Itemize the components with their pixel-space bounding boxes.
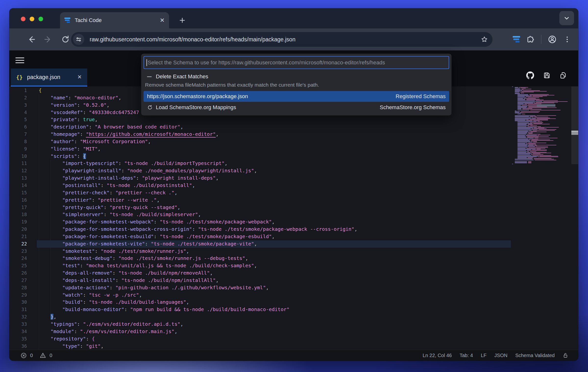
- schema-status[interactable]: Schema Validated: [515, 353, 555, 358]
- palette-item-load-schemastore-mappings[interactable]: Load SchemaStore.org Mappings SchemaStor…: [144, 102, 449, 113]
- code-line-8[interactable]: "author": "Microsoft Corporation",: [37, 138, 511, 145]
- code-line-12[interactable]: "playwright-install": "node ./node_modul…: [37, 167, 511, 174]
- github-icon[interactable]: [526, 71, 534, 79]
- code-line-19[interactable]: "package-for-smoketest-webpack": "ts-nod…: [37, 218, 511, 226]
- extensions-puzzle-icon[interactable]: [526, 35, 535, 44]
- code-line-9[interactable]: "license": "MIT",: [37, 145, 511, 153]
- menu-hamburger-icon[interactable]: [15, 58, 24, 65]
- schema-picker-palette: Select the Schema to use for https://raw…: [141, 54, 452, 116]
- code-line-35[interactable]: "repository": {: [37, 335, 511, 343]
- address-bar[interactable]: raw.githubusercontent.com/microsoft/mona…: [71, 32, 492, 47]
- code-line-16[interactable]: "prettier": "prettier --write .",: [37, 197, 511, 204]
- refresh-icon: [147, 105, 156, 110]
- code-line-36[interactable]: "type": "git",: [37, 343, 511, 350]
- code-editor[interactable]: 1234567891011121314151617181920212223242…: [9, 86, 578, 350]
- code-line-21[interactable]: "package-for-smoketest-esbuild": "ts-nod…: [37, 233, 511, 240]
- dash-icon: [147, 76, 156, 77]
- code-line-33[interactable]: "typings": "./esm/vs/editor/editor.api.d…: [37, 321, 511, 328]
- code-line-27[interactable]: "deps-all-install": "ts-node ./build/npm…: [37, 277, 511, 284]
- copy-icon[interactable]: [560, 72, 567, 79]
- schema-search-input[interactable]: Select the Schema to use for https://raw…: [144, 56, 449, 69]
- code-line-11[interactable]: "import-typescript": "ts-node ./build/im…: [37, 160, 511, 167]
- close-window-button[interactable]: [21, 17, 25, 21]
- new-tab-button[interactable]: [178, 16, 186, 24]
- palette-item-group: SchemaStore.org Schemas: [380, 104, 446, 111]
- palette-item-schemastore-package-json[interactable]: https://json.schemastore.org/package.jso…: [144, 91, 449, 102]
- browser-tab-title: Tachi Code: [75, 17, 156, 23]
- tune-icon: [75, 36, 82, 43]
- forward-button[interactable]: [43, 33, 54, 46]
- file-tab-close-icon[interactable]: ✕: [77, 74, 82, 80]
- browser-window: Tachi Code ✕: [9, 8, 578, 361]
- save-icon[interactable]: [543, 72, 551, 79]
- browser-toolbar: raw.githubusercontent.com/microsoft/mona…: [9, 28, 578, 50]
- profile-avatar-icon[interactable]: [548, 35, 557, 44]
- palette-item-label: Delete Exact Matches: [156, 73, 208, 80]
- code-line-32[interactable]: },: [37, 313, 511, 321]
- code-line-24[interactable]: "smoketest-debug": "node ./test/smoke/ru…: [37, 255, 511, 262]
- tachi-extension-icon[interactable]: [513, 36, 521, 43]
- tab-size-indicator[interactable]: Tab: 4: [460, 353, 473, 358]
- code-line-20[interactable]: "package-for-smoketest-webpack-cross-ori…: [37, 226, 511, 233]
- code-line-15[interactable]: "prettier-check": "prettier --check .",: [37, 189, 511, 197]
- status-bar: 0 0 Ln 22, Col 46 Tab: 4 LF JSON Schema …: [9, 350, 578, 361]
- browser-menu-icon[interactable]: [563, 35, 571, 44]
- code-line-10[interactable]: "scripts": {: [37, 153, 511, 160]
- window-controls: [21, 17, 43, 21]
- browser-tab[interactable]: Tachi Code ✕: [60, 12, 169, 28]
- text-cursor: [147, 59, 147, 66]
- code-line-14[interactable]: "postinstall": "ts-node ./build/postinst…: [37, 182, 511, 189]
- warning-count[interactable]: 0: [49, 353, 52, 358]
- code-line-22[interactable]: "package-for-smoketest-vite": "ts-node .…: [37, 240, 511, 248]
- back-button[interactable]: [25, 33, 37, 46]
- code-line-29[interactable]: "watch": "tsc -w -p ./src",: [37, 291, 511, 299]
- url-text[interactable]: raw.githubusercontent.com/microsoft/mona…: [90, 36, 481, 43]
- editor-scrollbar-thumb[interactable]: [571, 131, 578, 135]
- code-line-34[interactable]: "module": "./esm/vs/editor/editor.main.j…: [37, 328, 511, 335]
- code-line-5[interactable]: "private": true,: [37, 116, 511, 123]
- unlock-icon[interactable]: [563, 352, 568, 358]
- browser-tab-strip: Tachi Code ✕: [9, 8, 578, 28]
- tab-close-icon[interactable]: ✕: [160, 17, 165, 23]
- code-line-13[interactable]: "playwright-install-deps": "playwright i…: [37, 174, 511, 182]
- palette-item-description: Remove schema fileMatch patterns that ex…: [144, 81, 449, 89]
- tachi-code-favicon: [64, 18, 71, 23]
- json-braces-icon: {}: [16, 74, 23, 80]
- palette-item-group: Registered Schemas: [396, 93, 446, 100]
- minimize-window-button[interactable]: [30, 17, 34, 21]
- schema-input-placeholder: Select the Schema to use for https://raw…: [148, 59, 385, 66]
- file-tab-label: package.json: [27, 74, 73, 81]
- code-line-7[interactable]: "homepage": "https://github.com/microsof…: [37, 131, 511, 138]
- palette-item-label: https://json.schemastore.org/package.jso…: [147, 93, 248, 100]
- bookmark-star-icon[interactable]: [481, 36, 488, 43]
- code-line-18[interactable]: "simpleserver": "ts-node ./build/simples…: [37, 211, 511, 218]
- site-info-button[interactable]: [73, 34, 84, 45]
- code-line-30[interactable]: "build": "ts-node ./build/build-language…: [37, 299, 511, 306]
- file-tab-package-json[interactable]: {} package.json ✕: [11, 69, 87, 86]
- warnings-icon[interactable]: [40, 352, 46, 359]
- palette-item-delete-exact-matches[interactable]: Delete Exact Matches: [144, 72, 449, 81]
- zoom-window-button[interactable]: [38, 17, 43, 21]
- code-line-6[interactable]: "description": "A browser based code edi…: [37, 123, 511, 131]
- code-line-23[interactable]: "smoketest": "node ./test/smoke/runner.j…: [37, 248, 511, 255]
- eol-indicator[interactable]: LF: [481, 353, 486, 358]
- editor-scrollbar-track[interactable]: [571, 86, 578, 164]
- code-line-17[interactable]: "pretty-quick": "pretty-quick --staged",: [37, 204, 511, 211]
- errors-icon[interactable]: [21, 352, 27, 359]
- toolbar-divider: [541, 35, 541, 44]
- tab-search-button[interactable]: [559, 11, 574, 25]
- minimap[interactable]: [511, 86, 571, 167]
- code-line-28[interactable]: "update-actions": "pin-github-action ./.…: [37, 284, 511, 291]
- code-line-31[interactable]: "build-monaco-editor": "npm run build &&…: [37, 306, 511, 313]
- language-mode[interactable]: JSON: [494, 353, 507, 358]
- palette-item-label: Load SchemaStore.org Mappings: [156, 104, 236, 111]
- code-line-26[interactable]: "deps-all-remove": "ts-node ./build/npm/…: [37, 269, 511, 277]
- reload-button[interactable]: [60, 33, 71, 46]
- code-line-25[interactable]: "test": "mocha test/unit/all.js && ts-no…: [37, 262, 511, 269]
- cursor-position[interactable]: Ln 22, Col 46: [423, 353, 452, 358]
- error-count[interactable]: 0: [30, 353, 33, 358]
- code-lines: { "name": "monaco-editor", "version": "0…: [37, 87, 511, 350]
- minimap-selection-highlight: [537, 104, 555, 107]
- line-number-gutter: 1234567891011121314151617181920212223242…: [9, 87, 32, 350]
